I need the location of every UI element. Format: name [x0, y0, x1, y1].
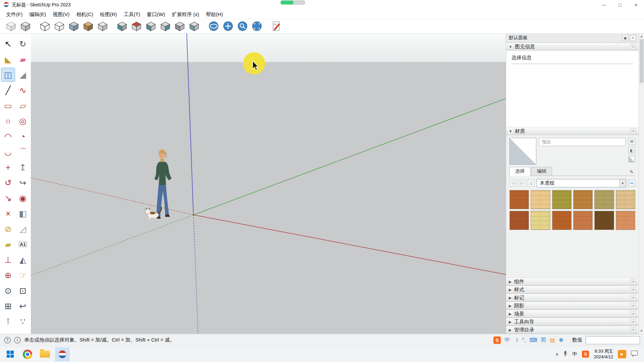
zoom-extents-icon[interactable] — [251, 20, 263, 33]
look-around-tool[interactable]: ⊺ — [1, 315, 15, 328]
material-swatch-10[interactable] — [573, 211, 593, 230]
panel-scrollbar[interactable]: ▲ ▼ — [639, 34, 644, 334]
panel-section-阴影[interactable]: ▶阴影× — [506, 302, 639, 310]
material-swatch-11[interactable] — [594, 211, 614, 230]
xray-icon[interactable] — [5, 20, 17, 33]
paint-bucket-tool[interactable]: ◣ — [1, 53, 15, 66]
file-explorer-taskbar-icon[interactable] — [38, 347, 52, 361]
panel-section-组件[interactable]: ▶组件× — [506, 278, 639, 286]
three-point-arc-tool[interactable]: ⌒ — [16, 145, 30, 159]
menu-item-7[interactable]: 扩展程序 (x) — [168, 10, 203, 19]
iso-view-icon[interactable] — [116, 20, 128, 33]
menu-item-1[interactable]: 编辑(E) — [26, 10, 49, 19]
close-icon[interactable]: × — [631, 319, 636, 324]
select-tool[interactable]: ↖ — [1, 37, 15, 51]
line-tool[interactable]: ╱ — [1, 83, 15, 97]
microphone-icon[interactable] — [563, 351, 568, 358]
top-view-icon[interactable] — [130, 20, 143, 33]
close-icon[interactable]: × — [631, 327, 636, 333]
threed-text-tool[interactable]: ◭ — [16, 253, 30, 266]
monochrome-icon[interactable] — [96, 20, 109, 33]
notification-icon[interactable] — [631, 350, 638, 358]
minimize-button[interactable]: ─ — [596, 0, 612, 10]
material-swatch-12[interactable] — [616, 211, 635, 230]
section-materials[interactable]: ▼ 材质 × — [506, 127, 639, 135]
menu-item-8[interactable]: 帮助(H) — [203, 10, 226, 19]
rectangle-tool[interactable]: ▭ — [1, 99, 15, 112]
tab-edit[interactable]: 编辑 — [531, 167, 552, 176]
right-view-icon[interactable] — [159, 20, 172, 33]
two-point-arc-tool[interactable]: ◡ — [1, 145, 15, 159]
menu-item-2[interactable]: 视图(V) — [49, 10, 73, 19]
front-view-icon[interactable] — [145, 20, 157, 33]
eyedropper-icon[interactable]: ✎ — [628, 168, 635, 176]
tray-ime-indicator[interactable]: 中 — [572, 351, 577, 357]
ime-simplified-icon[interactable]: 简 — [541, 337, 546, 344]
material-swatch-8[interactable] — [531, 211, 550, 230]
rotate-tool[interactable]: ↺ — [1, 176, 15, 189]
shaded-icon[interactable] — [67, 20, 80, 33]
material-category-dropdown[interactable]: 木质纹 ▾ — [537, 179, 626, 187]
measurements-input[interactable] — [586, 336, 640, 344]
ime-skin-icon[interactable]: ▤ — [550, 337, 555, 343]
sketchup-taskbar-icon[interactable] — [55, 347, 70, 361]
material-swatch-2[interactable] — [531, 190, 550, 209]
material-swatch-4[interactable] — [573, 190, 593, 209]
menu-item-6[interactable]: 窗口(W) — [144, 10, 168, 19]
dimension-tool[interactable]: ▰ — [1, 238, 15, 251]
close-icon[interactable]: × — [631, 128, 636, 134]
zoom-window-tool[interactable]: ⊡ — [16, 284, 30, 297]
material-name-field[interactable]: 预设 — [539, 138, 626, 146]
outer-shell-tool[interactable]: ◧ — [16, 207, 30, 220]
panel-section-工具向导[interactable]: ▶工具向导× — [506, 318, 639, 326]
geolocation-icon[interactable]: ? — [4, 337, 11, 344]
circle-tool[interactable]: ○ — [1, 114, 15, 128]
scroll-down-icon[interactable]: ▼ — [639, 328, 644, 334]
chrome-taskbar-icon[interactable] — [20, 347, 35, 361]
eraser-tool[interactable]: ▰ — [16, 53, 30, 66]
menu-item-5[interactable]: 工具(T) — [120, 10, 144, 19]
close-icon[interactable]: × — [631, 295, 636, 300]
intersect-tool[interactable]: × — [1, 207, 15, 220]
back-edges-icon[interactable] — [19, 20, 32, 33]
zoom-extents-tool[interactable]: ⊞ — [1, 299, 15, 313]
panel-float-icon[interactable]: ▣ — [622, 35, 628, 41]
info-icon[interactable]: i — [14, 337, 21, 344]
start-button[interactable] — [3, 347, 17, 361]
panel-close-icon[interactable]: × — [630, 35, 636, 41]
scrollbar-thumb[interactable] — [640, 39, 644, 83]
protractor-tool[interactable]: ◿ — [16, 222, 30, 236]
zoom-tool[interactable]: ⊙ — [1, 284, 15, 297]
tape-measure-tool[interactable]: ⊘ — [1, 222, 15, 236]
ime-settings-icon[interactable]: ☸ — [559, 337, 564, 343]
freehand-tool[interactable]: ∿ — [16, 83, 30, 97]
menu-item-0[interactable]: 文件(F) — [3, 10, 26, 19]
tangent-arc-tool[interactable]: ◢ — [16, 68, 30, 81]
push-pull-tool[interactable]: ↥ — [16, 161, 30, 174]
tray-clock[interactable]: 6:33 周五 2024/4/12 — [594, 349, 613, 360]
material-swatch-9[interactable] — [552, 211, 572, 230]
hidden-line-icon[interactable] — [53, 20, 66, 33]
follow-me-tool[interactable]: ↪ — [16, 176, 30, 189]
orbit-icon[interactable] — [207, 20, 220, 33]
close-icon[interactable]: × — [631, 311, 636, 316]
rotated-rectangle-tool[interactable]: ▱ — [16, 99, 30, 112]
text-tool[interactable]: A1 — [16, 238, 30, 251]
close-button[interactable]: × — [628, 0, 644, 10]
menu-item-3[interactable]: 相机(C) — [73, 10, 97, 19]
panel-section-管理目录[interactable]: ▶管理目录× — [506, 326, 639, 334]
plugin-icon[interactable]: rb — [270, 20, 283, 33]
panel-section-样式[interactable]: ▶样式× — [506, 286, 639, 294]
close-icon[interactable]: × — [631, 287, 636, 292]
sample-paint-button[interactable]: ⇨ — [628, 180, 635, 187]
pan-icon[interactable] — [222, 20, 234, 33]
pan-tool[interactable]: ☞ — [16, 268, 30, 282]
tray-chevron-icon[interactable]: ∧ — [555, 352, 559, 357]
sogou-tray-icon[interactable]: S — [582, 351, 589, 358]
menu-item-4[interactable]: 绘图(R) — [97, 10, 120, 19]
material-swatch-3[interactable] — [552, 190, 572, 209]
previous-view-tool[interactable]: ↩ — [16, 299, 30, 313]
material-swatch-6[interactable] — [616, 190, 635, 209]
material-swatch-7[interactable] — [509, 211, 529, 230]
scroll-up-icon[interactable]: ▲ — [639, 34, 644, 39]
